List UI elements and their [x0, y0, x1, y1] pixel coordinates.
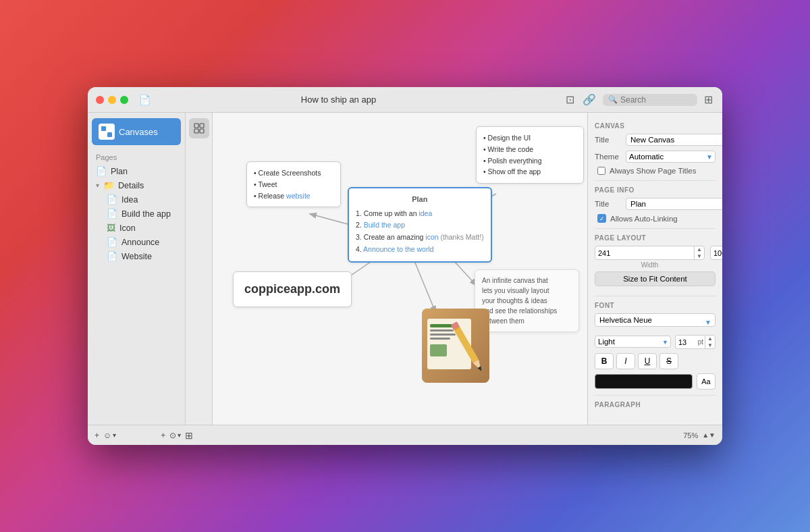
svg-rect-13 [430, 329, 454, 331]
always-show-titles-row: Always Show Page Titles [595, 167, 716, 175]
font-size-decrement-button[interactable]: ▼ [705, 342, 715, 349]
font-weight-select[interactable]: Light Regular Bold [595, 336, 671, 348]
svg-rect-2 [194, 129, 198, 133]
emoji-button[interactable]: ☺ ▾ [103, 431, 116, 440]
height-group: ▲ ▼ Height [710, 246, 722, 269]
plan-node[interactable]: Plan 1. Come up with an idea 2. Build th… [348, 187, 492, 263]
sidebar-item-details[interactable]: ▾ 📁 Details [88, 178, 185, 192]
theme-label: Theme [595, 153, 622, 161]
bottom-bar: + ☺ ▾ + ⊙ ▾ ⊞ 75% ▲▼ [88, 425, 722, 445]
page-info-section-label: PAGE INFO [595, 186, 716, 194]
presentation-button[interactable]: ⊡ [564, 92, 576, 107]
plus-icon: + [161, 431, 165, 440]
canvas-title-input[interactable] [626, 134, 722, 146]
svg-rect-3 [200, 129, 204, 133]
svg-rect-15 [430, 338, 450, 340]
close-button[interactable] [96, 96, 104, 104]
bold-button[interactable]: B [595, 353, 614, 369]
canvases-button[interactable]: Canvases [92, 118, 181, 145]
page-title-input[interactable] [626, 198, 722, 210]
italic-button[interactable]: I [616, 353, 635, 369]
minimize-button[interactable] [108, 96, 116, 104]
font-size-increment-button[interactable]: ▲ [705, 336, 715, 342]
page-title-row: Title [595, 198, 716, 210]
website-doc-icon: 📄 [107, 251, 117, 261]
font-size-wrap: pt ▲ ▼ [675, 335, 716, 349]
sidebar-item-plan-label: Plan [111, 167, 128, 176]
zoom-display-area: 75% ▲▼ [683, 431, 716, 440]
font-size-unit: pt [698, 338, 705, 346]
toolbar-strip [186, 113, 213, 425]
size-to-fit-button[interactable]: Size to Fit Content [595, 271, 716, 286]
select-tool-button[interactable] [189, 118, 209, 138]
page-layout-section-label: PAGE LAYOUT [595, 234, 716, 242]
link-button[interactable]: 🔗 [581, 92, 597, 107]
font-size-input[interactable] [676, 337, 698, 348]
auto-linking-checkbox-checked[interactable] [597, 214, 606, 223]
height-input-wrap: ▲ ▼ [710, 246, 722, 260]
build-link[interactable]: Build the app [364, 221, 405, 229]
idea-link[interactable]: idea [418, 209, 432, 217]
zoom-icon: ⊙ [169, 431, 176, 440]
app-window: 📄 How to ship an app ⊡ 🔗 🔍 ⊞ Canvases Pa… [88, 87, 722, 445]
font-family-select[interactable]: Helvetica Neue Arial Georgia [595, 313, 716, 327]
width-increment-button[interactable]: ▲ [695, 246, 704, 253]
design-node: • Design the UI • Write the code • Polis… [476, 126, 584, 184]
svg-line-5 [310, 214, 348, 224]
search-input[interactable] [620, 95, 688, 105]
titlebar: 📄 How to ship an app ⊡ 🔗 🔍 ⊞ [88, 87, 722, 113]
announce-link[interactable]: Announce to the world [363, 245, 434, 253]
plan-node-title: Plan [356, 194, 484, 205]
strikethrough-button[interactable]: S [659, 353, 678, 369]
sidebar-item-idea[interactable]: 📄 Idea [96, 192, 185, 207]
canvas-area[interactable]: • Design the UI • Write the code • Polis… [213, 113, 587, 425]
add-button[interactable]: + [94, 431, 99, 440]
theme-select[interactable]: Automatic Light Dark [626, 151, 716, 163]
always-show-titles-label: Always Show Page Titles [610, 167, 696, 175]
canvas-view-button[interactable]: ⊞ [185, 430, 193, 441]
sidebar-item-details-label: Details [118, 181, 144, 190]
right-panel: CANVAS Title Theme Automatic Light Dark … [587, 113, 722, 425]
sidebar-item-build[interactable]: 📄 Build the app [96, 207, 185, 221]
sidebar-item-icon[interactable]: 🖼 Icon [96, 221, 185, 235]
sidebar-toggle-button[interactable]: ⊞ [703, 92, 714, 107]
font-section-label: FONT [595, 302, 716, 309]
icon-img-icon: 🖼 [107, 223, 115, 233]
sidebar-item-plan[interactable]: 📄 Plan [88, 164, 185, 178]
svg-rect-1 [200, 124, 204, 128]
sidebar-item-announce[interactable]: 📄 Announce [96, 235, 185, 249]
sidebar-details-group: 📄 Idea 📄 Build the app 🖼 Icon 📄 Announce… [88, 192, 185, 263]
add-icon: + [94, 431, 99, 440]
main-content: Canvases Pages 📄 Plan ▾ 📁 Details 📄 Idea… [88, 113, 722, 425]
font-family-container: Helvetica Neue Arial Georgia ▼ [595, 313, 716, 331]
screenshots-node: • Create Screenshots • Tweet • Release w… [246, 161, 341, 207]
plan-doc-icon: 📄 [96, 166, 107, 176]
chevron-icon: ▾ [113, 431, 116, 439]
width-decrement-button[interactable]: ▼ [695, 253, 704, 260]
font-weight-container: Light Regular Bold ▼ [595, 335, 671, 349]
underline-button[interactable]: U [638, 353, 657, 369]
details-chevron-icon: ▾ [96, 182, 99, 189]
search-icon: 🔍 [608, 95, 618, 104]
announce-doc-icon: 📄 [107, 237, 117, 247]
sidebar-item-website-label: Website [122, 252, 152, 261]
width-input[interactable] [595, 248, 694, 259]
aa-button[interactable]: Aa [697, 373, 716, 390]
width-label: Width [641, 261, 659, 269]
color-swatch[interactable] [595, 374, 693, 389]
sidebar-item-website[interactable]: 📄 Website [96, 249, 185, 263]
auto-linking-row: Allows Auto-Linking [595, 214, 716, 223]
canvas-zoom-button[interactable]: ⊙ ▾ [169, 431, 181, 440]
height-input[interactable] [711, 248, 722, 259]
add-canvas-button[interactable]: + [161, 431, 165, 440]
canvas-title-label: Title [595, 136, 622, 144]
always-show-titles-checkbox[interactable] [597, 167, 605, 175]
website-link[interactable]: website [286, 192, 310, 200]
svg-line-8 [412, 255, 435, 312]
zoom-level: 75% [683, 431, 698, 440]
canvases-icon [99, 124, 115, 140]
sidebar-item-announce-label: Announce [122, 238, 159, 247]
text-style-buttons: B I U S [595, 353, 716, 369]
icon-link[interactable]: icon [425, 233, 438, 241]
theme-row: Theme Automatic Light Dark ▼ [595, 150, 716, 163]
